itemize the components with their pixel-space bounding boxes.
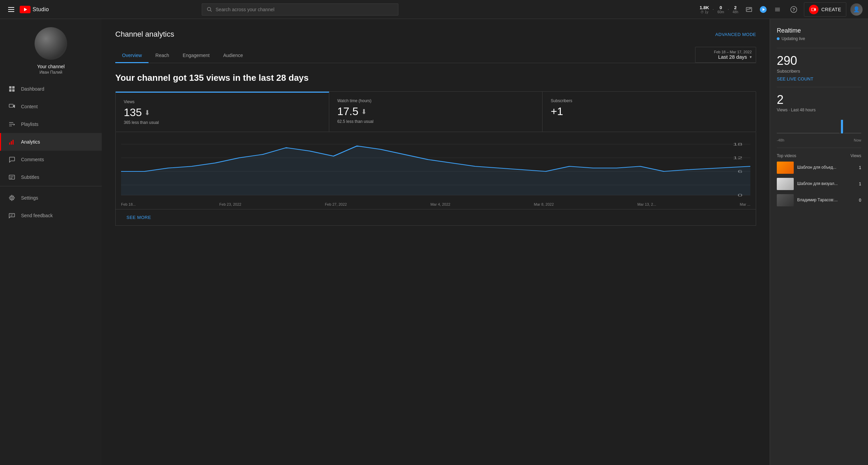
sidebar-bottom: Settings Send feedback <box>0 186 102 224</box>
svg-text:12: 12 <box>733 156 742 160</box>
chart-date-4: Mar 8, 2022 <box>534 202 554 206</box>
svg-text:18: 18 <box>733 142 742 146</box>
summary-title: Your channel got 135 views in the last 2… <box>115 73 756 83</box>
sidebar-item-analytics-label: Analytics <box>21 139 40 145</box>
sidebar: Your channel Иван Палий Dashboard Conten… <box>0 19 102 465</box>
watchtime-arrow-icon: ⬇ <box>361 108 367 116</box>
channel-avatar-img <box>35 27 67 60</box>
stat-48h-value: 2 <box>734 5 736 10</box>
sidebar-item-feedback-label: Send feedback <box>21 213 53 218</box>
top-video-views-0: 1 <box>856 165 861 170</box>
watchtime-value: 17.5 ⬇ <box>337 105 534 118</box>
top-video-item-1[interactable]: Шаблон для визуал... 1 <box>777 178 861 190</box>
sidebar-item-playlists-label: Playlists <box>21 122 38 127</box>
analytics-icon <box>8 138 16 146</box>
user-avatar[interactable]: 👤 <box>850 3 863 16</box>
sidebar-item-playlists[interactable]: Playlists <box>0 115 102 133</box>
sidebar-item-send-feedback[interactable]: Send feedback <box>0 207 102 224</box>
channel-avatar[interactable] <box>35 27 67 60</box>
live-indicator: Updating live <box>777 36 861 41</box>
help-icon-btn[interactable]: ? <box>788 3 800 16</box>
svg-rect-25 <box>11 141 12 145</box>
create-button[interactable]: CREATE <box>804 2 846 17</box>
play-icon-btn[interactable] <box>757 3 769 16</box>
top-videos-label: Top videos <box>777 153 796 158</box>
sidebar-item-comments-label: Comments <box>21 157 44 162</box>
chart-date-6: Mar ... <box>740 202 750 206</box>
top-video-item-0[interactable]: Шаблон для объед... 1 <box>777 162 861 174</box>
top-video-views-2: 0 <box>856 198 861 203</box>
see-more-link[interactable]: SEE MORE <box>121 209 157 225</box>
stat-48h: 2 48h <box>733 5 738 14</box>
stat-card-subscribers: Subscribers +1 <box>542 92 756 132</box>
sidebar-item-dashboard-label: Dashboard <box>21 86 44 92</box>
menu-dots-icon <box>774 6 781 13</box>
tab-engagement[interactable]: Engagement <box>176 49 216 63</box>
stat-1y: 1.8K ⏱ 1y <box>700 5 709 14</box>
svg-text:?: ? <box>792 7 795 12</box>
svg-rect-27 <box>9 175 15 179</box>
channel-name: Your channel <box>37 64 64 69</box>
subtitles-icon <box>8 173 16 181</box>
views-change: 365 less than usual <box>124 120 321 125</box>
stats-cards: Views 135 ⬇ 365 less than usual Watch ti… <box>115 91 756 132</box>
views-col-label: Views <box>850 153 861 158</box>
tab-audience[interactable]: Audience <box>216 49 250 63</box>
top-video-thumb-0 <box>777 162 794 174</box>
advanced-mode-link[interactable]: ADVANCED MODE <box>715 32 756 37</box>
mini-chart-axis: -48h Now <box>777 138 861 142</box>
stat-48h-label: 48h <box>733 10 738 14</box>
youtube-icon <box>20 6 31 13</box>
rt-views-count: 2 <box>777 93 861 107</box>
top-videos-header: Top videos Views <box>777 153 861 158</box>
sidebar-item-settings-label: Settings <box>21 195 38 201</box>
chart-container: 18 12 6 0 Feb 18... Feb 23, 2022 Feb 27,… <box>115 132 756 226</box>
date-range-value: Last 28 days ▾ <box>718 54 752 60</box>
topbar: Studio 1.8K ⏱ 1y · 0 60m · 2 48h <box>0 0 868 19</box>
realtime-mini-chart <box>777 116 861 137</box>
top-video-item-2[interactable]: Владимир Тарасов:... 0 <box>777 194 861 206</box>
live-icon-btn[interactable] <box>743 3 755 16</box>
chart-date-0: Feb 18... <box>121 202 136 206</box>
rt-divider-2 <box>777 87 861 87</box>
create-camera-icon <box>809 5 818 14</box>
sidebar-item-settings[interactable]: Settings <box>0 189 102 207</box>
watchtime-change: 62.5 less than usual <box>337 119 534 124</box>
rt-divider-3 <box>777 148 861 148</box>
sidebar-item-content[interactable]: Content <box>0 98 102 115</box>
right-panel: Realtime Updating live 290 Subscribers S… <box>770 19 868 465</box>
top-video-thumb-2 <box>777 194 794 206</box>
menu-icon[interactable] <box>5 4 17 15</box>
date-range-label: Feb 18 – Mar 17, 2022 <box>714 50 752 54</box>
svg-rect-14 <box>9 86 12 89</box>
yt-logo[interactable]: Studio <box>20 6 49 13</box>
live-dot <box>777 37 780 40</box>
date-range-selector[interactable]: Feb 18 – Mar 17, 2022 Last 28 days ▾ <box>695 47 756 63</box>
search-bar[interactable] <box>202 3 398 16</box>
top-video-title-2: Владимир Тарасов:... <box>797 198 852 203</box>
svg-rect-26 <box>13 140 14 145</box>
stat-sep-2: · <box>728 6 729 13</box>
sidebar-item-subtitles[interactable]: Subtitles <box>0 168 102 186</box>
sidebar-item-dashboard[interactable]: Dashboard <box>0 80 102 98</box>
chart-date-1: Feb 23, 2022 <box>219 202 241 206</box>
svg-point-30 <box>11 197 13 199</box>
sidebar-item-analytics[interactable]: Analytics <box>0 133 102 151</box>
live-label: Updating live <box>782 36 805 41</box>
chart-date-2: Feb 27, 2022 <box>325 202 347 206</box>
channel-subname: Иван Палий <box>39 70 62 75</box>
feedback-icon <box>8 212 16 219</box>
search-input[interactable] <box>216 7 393 12</box>
sidebar-nav: Dashboard Content Playlists <box>0 80 102 458</box>
chart-date-5: Mar 13, 2... <box>637 202 656 206</box>
tab-reach[interactable]: Reach <box>149 49 176 63</box>
views-value: 135 ⬇ <box>124 106 321 119</box>
sidebar-item-comments[interactable]: Comments <box>0 151 102 168</box>
sidebar-item-content-label: Content <box>21 104 38 109</box>
tab-overview[interactable]: Overview <box>115 49 149 63</box>
svg-line-3 <box>210 10 212 12</box>
stat-60m-label: 60m <box>717 10 724 14</box>
more-options-icon[interactable] <box>771 3 784 16</box>
sidebar-item-subtitles-label: Subtitles <box>21 174 39 180</box>
see-live-link[interactable]: SEE LIVE COUNT <box>777 76 861 81</box>
